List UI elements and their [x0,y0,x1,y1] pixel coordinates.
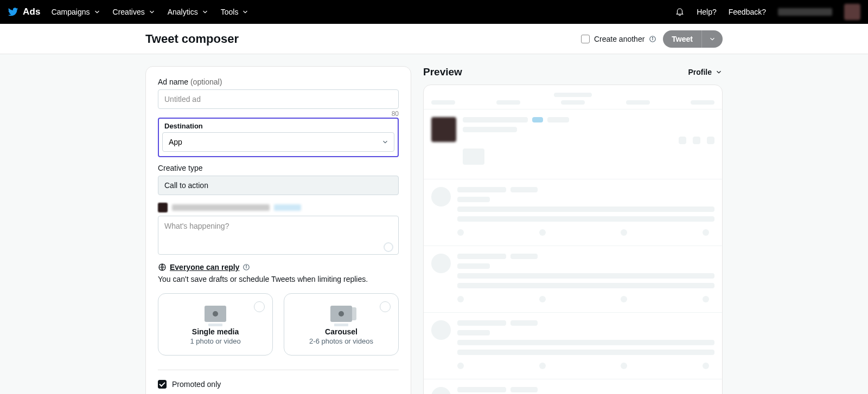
nav-campaigns[interactable]: Campaigns [52,8,101,16]
twitter-icon [8,7,18,17]
chevron-down-icon [241,8,249,16]
nav-creatives[interactable]: Creatives [113,8,156,16]
destination-highlight: Destination App [158,118,399,157]
app-logo: Ads [8,7,41,17]
create-another-label: Create another [594,35,644,43]
nav-label: Tools [221,8,239,16]
preview-avatar-skeleton [431,387,451,394]
tweet-text-input[interactable] [158,216,399,255]
info-icon[interactable] [649,35,656,43]
reply-note: You can't save drafts or schedule Tweets… [158,275,399,283]
account-name-blurred [778,8,832,16]
media-card-title: Carousel [291,327,392,336]
preview-tweet-skeleton [424,246,722,313]
single-media-icon [205,306,226,322]
divider [158,370,399,370]
chevron-down-icon [715,68,723,76]
nav-feedback[interactable]: Feedback? [729,8,766,16]
nav-analytics[interactable]: Analytics [168,8,209,16]
preview-view-selector[interactable]: Profile [688,68,723,76]
preview-avatar-skeleton [431,254,451,273]
preview-device [423,85,723,394]
bell-icon[interactable] [675,7,685,17]
char-counter-icon [384,242,393,252]
destination-label: Destination [164,122,394,130]
checkbox-checked[interactable] [158,380,167,389]
preview-tweet-skeleton [424,313,722,379]
svg-point-2 [653,37,653,37]
preview-tweet-skeleton [424,379,722,394]
tweet-button[interactable]: Tweet [663,30,701,48]
destination-select[interactable]: App [162,132,394,152]
creative-type-label: Creative type [158,164,399,172]
carousel-media-icon [330,306,352,322]
device-header-skeleton [424,85,722,109]
preview-avatar-skeleton [431,320,451,340]
page-title: Tweet composer [145,32,239,46]
nav-tools[interactable]: Tools [221,8,250,16]
nav-help[interactable]: Help? [697,8,717,16]
tweeting-account [158,203,399,212]
ad-name-char-count: 80 [158,110,399,118]
preview-tweet-skeleton [424,109,722,179]
reply-setting-text: Everyone can reply [170,263,239,272]
create-another-toggle[interactable]: Create another [581,35,656,43]
media-card-subtitle: 2-6 photos or videos [291,337,392,345]
account-avatar-blurred [158,203,168,212]
product-name: Ads [23,7,41,17]
main: Ad name (optional) 80 Destination App Cr… [136,66,732,394]
nav-right: Help? Feedback? [675,4,860,20]
radio-single[interactable] [254,301,265,312]
promoted-only-label: Promoted only [172,380,221,389]
preview-header: Preview Profile [423,66,723,78]
creative-type-value: Call to action [158,176,399,195]
radio-carousel[interactable] [380,301,391,312]
checkbox-unchecked[interactable] [581,35,590,43]
media-card-title: Single media [165,327,266,336]
nav-label: Creatives [113,8,145,16]
chevron-down-icon [93,8,101,16]
chevron-down-icon [148,8,156,16]
media-card-subtitle: 1 photo or video [165,337,266,345]
preview-panel: Preview Profile [423,66,723,394]
reply-setting[interactable]: Everyone can reply [158,263,399,272]
composer-card: Ad name (optional) 80 Destination App Cr… [145,66,411,394]
chevron-down-icon [709,35,716,43]
creative-type-wrap: Call to action [158,176,399,195]
nav-items: Campaigns Creatives Analytics Tools [52,8,250,16]
sub-header: Tweet composer Create another Tweet [0,24,868,54]
top-nav: Ads Campaigns Creatives Analytics Tools … [0,0,868,24]
nav-label: Analytics [168,8,198,16]
chevron-down-icon [201,8,209,16]
account-handle-blurred [274,204,301,211]
nav-label: Campaigns [52,8,90,16]
tweet-text-wrap [158,216,399,256]
ad-name-label: Ad name (optional) [158,77,399,86]
preview-avatar-skeleton [431,187,451,206]
preview-tweet-skeleton [424,179,722,246]
media-type-options: Single media 1 photo or video Carousel 2… [158,293,399,356]
ad-name-input[interactable] [158,89,399,109]
promoted-only-toggle[interactable]: Promoted only [158,380,399,389]
globe-icon [158,263,167,272]
account-avatar-blurred[interactable] [844,4,860,20]
destination-select-wrap: App [162,132,394,152]
preview-avatar-blurred [431,117,456,142]
media-card-carousel[interactable]: Carousel 2-6 photos or videos [284,293,399,356]
media-card-single[interactable]: Single media 1 photo or video [158,293,273,356]
preview-heading: Preview [423,66,462,78]
svg-point-6 [246,266,247,266]
tweet-button-menu[interactable] [701,30,723,48]
account-name-blurred [172,204,270,211]
tweet-button-group: Tweet [663,30,723,48]
preview-view-label: Profile [688,68,712,76]
info-icon[interactable] [242,263,250,271]
